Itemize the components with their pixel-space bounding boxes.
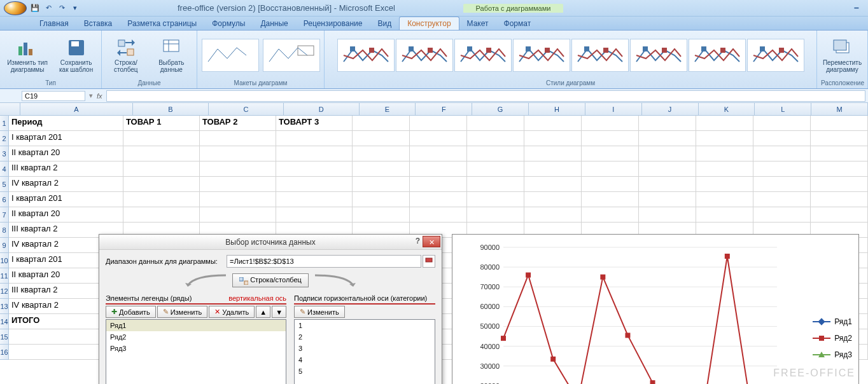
qat-dropdown-icon[interactable]: ▾	[69, 3, 81, 13]
select-all-corner[interactable]	[0, 103, 20, 115]
list-item[interactable]: Ряд3	[106, 343, 286, 354]
legend-item[interactable]: Ряд3	[813, 350, 852, 359]
cell[interactable]	[753, 146, 811, 161]
cell[interactable]	[811, 192, 868, 207]
row-header[interactable]: 5	[0, 177, 9, 192]
cell[interactable]	[200, 146, 276, 161]
cell[interactable]	[639, 161, 696, 177]
list-item[interactable]: 2	[295, 331, 435, 343]
cell[interactable]	[410, 192, 467, 207]
cell[interactable]	[639, 192, 696, 207]
chart-style-preset[interactable]	[513, 39, 570, 72]
tab-формулы[interactable]: Формулы	[204, 17, 253, 30]
cell[interactable]	[582, 192, 639, 207]
cell[interactable]	[276, 192, 353, 207]
tab-разметка страницы[interactable]: Разметка страницы	[120, 17, 204, 30]
cell[interactable]	[753, 192, 811, 207]
tab-макет[interactable]: Макет	[459, 17, 496, 30]
column-header[interactable]: K	[699, 103, 755, 115]
chart-style-preset[interactable]	[630, 39, 687, 72]
cell[interactable]	[276, 131, 353, 146]
cell[interactable]	[276, 177, 353, 192]
cell[interactable]	[276, 207, 353, 223]
column-header[interactable]: J	[642, 103, 699, 115]
cell[interactable]	[410, 207, 467, 223]
cell[interactable]	[123, 177, 200, 192]
cell[interactable]: ТОВАР 2	[200, 116, 276, 131]
column-header[interactable]: I	[585, 103, 642, 115]
cell[interactable]	[639, 116, 696, 131]
chart-style-preset[interactable]	[396, 39, 453, 72]
cell[interactable]	[582, 177, 639, 192]
cell[interactable]	[353, 131, 410, 146]
cell[interactable]: II квартал 20	[9, 207, 123, 223]
cell[interactable]	[524, 146, 582, 161]
cell[interactable]: IV квартал 2	[9, 177, 123, 192]
row-header[interactable]: 6	[0, 192, 9, 207]
cell[interactable]	[200, 177, 276, 192]
layout-preset[interactable]	[263, 39, 320, 72]
row-header[interactable]: 10	[0, 253, 9, 268]
tab-рецензирование[interactable]: Рецензирование	[296, 17, 370, 30]
chart-style-preset[interactable]	[689, 39, 746, 72]
column-header[interactable]: H	[529, 103, 585, 115]
chart-style-preset[interactable]	[571, 39, 629, 72]
range-input[interactable]	[227, 255, 421, 268]
row-header[interactable]: 3	[0, 146, 9, 161]
cell[interactable]	[467, 192, 524, 207]
cell[interactable]: ТОВАРТ 3	[276, 116, 353, 131]
help-icon[interactable]: ?	[416, 237, 420, 245]
cell[interactable]	[811, 177, 868, 192]
cell[interactable]: II квартал 20	[9, 146, 123, 161]
list-item[interactable]: 4	[295, 354, 435, 366]
tab-конструктор[interactable]: Конструктор	[399, 17, 459, 30]
move-up-button[interactable]: ▲	[256, 306, 270, 318]
cell[interactable]	[811, 146, 868, 161]
cell[interactable]	[811, 131, 868, 146]
list-item[interactable]: 3	[295, 343, 435, 354]
row-header[interactable]: 14	[0, 314, 9, 329]
cell[interactable]	[353, 177, 410, 192]
cell[interactable]	[467, 207, 524, 223]
cell[interactable]	[696, 131, 753, 146]
tab-вставка[interactable]: Вставка	[76, 17, 120, 30]
column-header[interactable]: B	[133, 103, 208, 115]
chart-style-preset[interactable]	[747, 39, 804, 72]
row-header[interactable]: 1	[0, 116, 9, 131]
cell[interactable]	[276, 161, 353, 177]
cell[interactable]	[753, 116, 811, 131]
cell[interactable]	[696, 161, 753, 177]
row-header[interactable]: 11	[0, 268, 9, 284]
cell[interactable]	[696, 116, 753, 131]
formula-input[interactable]	[106, 90, 865, 102]
column-header[interactable]: C	[209, 103, 284, 115]
column-header[interactable]: E	[360, 103, 416, 115]
cell[interactable]	[410, 131, 467, 146]
legend-item[interactable]: Ряд1	[813, 317, 852, 326]
list-item[interactable]: Ряд2	[106, 331, 286, 343]
cell[interactable]	[200, 192, 276, 207]
cell[interactable]	[811, 161, 868, 177]
redo-icon[interactable]: ↷	[56, 3, 67, 13]
edit-categories-button[interactable]: ✎Изменить	[294, 306, 345, 318]
cell[interactable]	[524, 131, 582, 146]
cell[interactable]	[410, 116, 467, 131]
column-header[interactable]: A	[20, 103, 134, 115]
row-header[interactable]: 4	[0, 161, 9, 177]
cell[interactable]	[582, 207, 639, 223]
cell[interactable]	[410, 177, 467, 192]
collapse-dialog-icon[interactable]	[423, 255, 435, 268]
cell[interactable]	[353, 116, 410, 131]
name-box[interactable]: C19	[22, 91, 85, 101]
row-header[interactable]: 7	[0, 207, 9, 223]
tab-данные[interactable]: Данные	[253, 17, 295, 30]
cell[interactable]: III квартал 2	[9, 161, 123, 177]
fx-icon[interactable]: fx	[97, 92, 102, 100]
cell[interactable]	[200, 131, 276, 146]
save-template-button[interactable]: Сохранить как шаблон	[55, 36, 97, 74]
tab-главная[interactable]: Главная	[32, 17, 76, 30]
tab-вид[interactable]: Вид	[370, 17, 399, 30]
cell[interactable]	[696, 146, 753, 161]
cell[interactable]	[811, 207, 868, 223]
row-header[interactable]: 2	[0, 131, 9, 146]
